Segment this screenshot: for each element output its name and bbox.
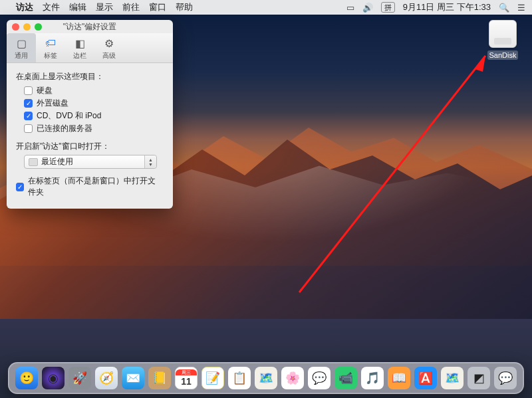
dock-reminders[interactable]: 📋 (228, 367, 251, 389)
dock-maps[interactable]: 🗺️ (255, 367, 277, 389)
dock-messages[interactable]: 💬 (308, 367, 331, 389)
recents-icon (29, 158, 38, 166)
drive-label: SanDisk (487, 50, 519, 60)
dock-container: 🙂 ◉ 🚀 🧭 ✉️ 📒 周三 11 📝 📋 🗺️ 🌸 💬 📹 🎵 📖 🅰️ 🗺… (0, 362, 532, 394)
menu-edit[interactable]: 编辑 (69, 1, 86, 13)
dock-app-generic-2[interactable]: 💬 (494, 367, 517, 389)
checkbox-cds-dvds-ipods[interactable]: ✓ (24, 112, 33, 120)
dropdown-selected-value: 最近使用 (41, 156, 73, 167)
clock[interactable]: 9月11日 周三 下午1:33 (403, 1, 491, 13)
tab-general[interactable]: ▢ 通用 (7, 33, 36, 62)
dock-app-generic-1[interactable]: ◩ (467, 367, 490, 389)
dock-siri[interactable]: ◉ (42, 367, 65, 389)
checkbox-cds-dvds-ipods-label: CD、DVD 和 iPod (37, 110, 101, 122)
section-new-finder-window: 开启新"访达"窗口时打开： (16, 141, 164, 152)
finder-preferences-window: "访达"偏好设置 ▢ 通用 🏷 标签 ◧ 边栏 ⚙ 高级 在桌面上显示这些项目：… (7, 20, 173, 209)
dock-ibooks[interactable]: 📖 (388, 367, 410, 389)
preferences-toolbar: ▢ 通用 🏷 标签 ◧ 边栏 ⚙ 高级 (7, 33, 173, 63)
dock-maps-2[interactable]: 🗺️ (441, 367, 464, 389)
notification-center-icon[interactable]: ☰ (517, 3, 525, 13)
external-drive-icon (489, 20, 517, 48)
new-window-location-dropdown[interactable]: 最近使用 ▲▼ (24, 155, 157, 169)
tab-sidebar-label: 边栏 (65, 51, 94, 60)
tab-advanced[interactable]: ⚙ 高级 (94, 33, 124, 62)
tab-sidebar[interactable]: ◧ 边栏 (65, 33, 94, 62)
dock-launchpad[interactable]: 🚀 (68, 367, 91, 389)
checkbox-connected-servers-label: 已连接的服务器 (37, 123, 92, 134)
checkbox-external-disks[interactable]: ✓ (24, 99, 33, 108)
checkbox-hard-disks[interactable] (24, 86, 33, 95)
window-title: "访达"偏好设置 (7, 21, 173, 33)
menu-go[interactable]: 前往 (122, 1, 140, 13)
display-menu-icon[interactable]: ▭ (346, 3, 354, 13)
general-tab-icon: ▢ (14, 36, 29, 50)
tags-tab-icon: 🏷 (43, 36, 58, 50)
checkbox-open-in-tabs[interactable]: ✓ (16, 183, 24, 191)
menu-window[interactable]: 窗口 (149, 1, 166, 13)
dock-calendar[interactable]: 周三 11 (175, 367, 198, 389)
calendar-icon-weekday: 周三 (176, 369, 197, 375)
dropdown-stepper-icon: ▲▼ (144, 155, 156, 168)
window-titlebar[interactable]: "访达"偏好设置 (7, 20, 173, 33)
dock-mail[interactable]: ✉️ (122, 367, 144, 389)
calendar-icon-day: 11 (181, 375, 192, 387)
sidebar-tab-icon: ◧ (72, 36, 87, 50)
menu-file[interactable]: 文件 (43, 1, 60, 13)
tab-tags-label: 标签 (36, 51, 65, 60)
spotlight-icon[interactable]: 🔍 (499, 3, 509, 13)
checkbox-connected-servers[interactable] (24, 124, 33, 133)
dock-photos[interactable]: 🌸 (281, 367, 304, 389)
dock: 🙂 ◉ 🚀 🧭 ✉️ 📒 周三 11 📝 📋 🗺️ 🌸 💬 📹 🎵 📖 🅰️ 🗺… (8, 362, 524, 394)
dock-facetime[interactable]: 📹 (334, 367, 357, 389)
dock-itunes[interactable]: 🎵 (361, 367, 384, 389)
app-menu[interactable]: 访达 (16, 1, 33, 13)
tab-tags[interactable]: 🏷 标签 (36, 33, 65, 62)
advanced-tab-icon: ⚙ (102, 36, 116, 50)
checkbox-hard-disks-label: 硬盘 (37, 85, 53, 96)
volume-menu-icon[interactable]: 🔊 (362, 3, 373, 13)
dock-safari[interactable]: 🧭 (95, 367, 118, 389)
tab-advanced-label: 高级 (94, 51, 124, 60)
menu-view[interactable]: 显示 (96, 1, 113, 13)
dock-contacts[interactable]: 📒 (148, 367, 171, 389)
dock-appstore[interactable]: 🅰️ (414, 367, 437, 389)
input-method-indicator[interactable]: 拼 (381, 2, 395, 13)
desktop-drive-sandisk[interactable]: SanDisk (483, 20, 523, 60)
menu-help[interactable]: 帮助 (176, 1, 193, 13)
general-pane: 在桌面上显示这些项目： 硬盘 ✓ 外置磁盘 ✓ CD、DVD 和 iPod 已连… (7, 63, 173, 209)
checkbox-open-in-tabs-label: 在标签页（而不是新窗口）中打开文件夹 (28, 175, 164, 198)
dock-finder[interactable]: 🙂 (15, 367, 38, 389)
menubar: 访达 文件 编辑 显示 前往 窗口 帮助 ▭ 🔊 拼 9月11日 周三 下午1:… (0, 0, 532, 15)
dock-notes[interactable]: 📝 (201, 367, 224, 389)
checkbox-external-disks-label: 外置磁盘 (37, 98, 68, 109)
tab-general-label: 通用 (7, 51, 36, 60)
section-show-on-desktop: 在桌面上显示这些项目： (16, 71, 164, 82)
